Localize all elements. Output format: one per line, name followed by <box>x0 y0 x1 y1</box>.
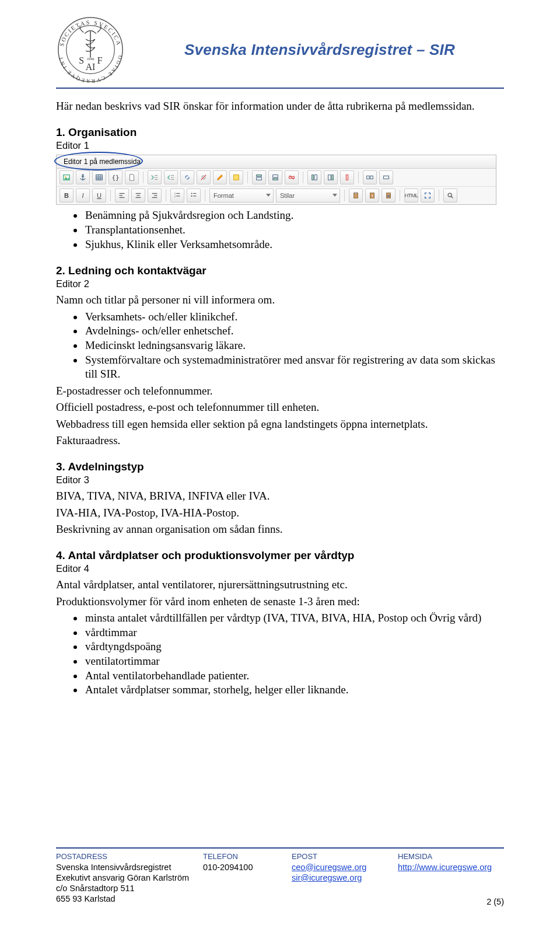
toolbar-separator <box>205 190 205 201</box>
align-left-icon[interactable] <box>115 189 129 203</box>
header-rule <box>56 88 504 89</box>
col-before-icon[interactable] <box>307 170 321 184</box>
align-center-icon[interactable] <box>131 189 145 203</box>
svg-rect-14 <box>96 175 103 180</box>
svg-text:2: 2 <box>174 195 176 198</box>
toolbar-separator <box>358 172 359 183</box>
section-3-line: BIVA, TIVA, NIVA, BRIVA, INFIVA eller IV… <box>56 489 504 503</box>
paste-word-icon[interactable]: W <box>382 189 396 203</box>
rich-text-editor: Editor 1 på medlemssida {} <box>56 155 496 205</box>
search-icon[interactable] <box>443 189 457 203</box>
toolbar-separator <box>344 190 345 201</box>
section-3-heading: 3. Avdelningstyp <box>56 460 504 473</box>
svg-rect-27 <box>257 177 262 180</box>
split-icon[interactable] <box>363 170 377 184</box>
align-right-icon[interactable] <box>148 189 162 203</box>
svg-text:W: W <box>387 194 390 198</box>
svg-rect-29 <box>273 175 278 177</box>
list-item: vårdtyngdspoäng <box>84 640 504 654</box>
style-dropdown[interactable]: Stilar <box>276 189 340 203</box>
html-button[interactable]: HTML <box>404 189 418 203</box>
section-2-heading: 2. Ledning och kontaktvägar <box>56 264 504 277</box>
section-2-tail-line: Webbadress till egen hemsida eller sekti… <box>56 417 504 431</box>
editor-tab-strip: Editor 1 på medlemssida <box>57 155 496 169</box>
footer-email-link[interactable]: ceo@icuregswe.org <box>292 863 366 872</box>
list-item: Verksamhets- och/eller klinikchef. <box>84 310 504 324</box>
footer-website-link[interactable]: http://www.icuregswe.org <box>398 863 492 872</box>
paste-icon[interactable] <box>349 189 363 203</box>
footer-col2-head: TELEFON <box>203 852 289 861</box>
section-3-line: IVA-HIA, IVA-Postop, IVA-HIA-Postop. <box>56 506 504 520</box>
footer-email-link[interactable]: sir@icuregswe.org <box>292 873 362 882</box>
list-item: Medicinskt ledningsansvarig läkare. <box>84 338 504 353</box>
section-3-editor-label: Editor 3 <box>56 474 504 486</box>
svg-rect-59 <box>355 193 357 194</box>
row-after-icon[interactable] <box>268 170 282 184</box>
italic-button[interactable]: I <box>76 189 90 203</box>
footer-col4-head: HEMSIDA <box>398 852 502 861</box>
list-item: Benämning på Sjukvårdsregion och Landsti… <box>84 208 504 223</box>
table-icon[interactable] <box>92 170 106 184</box>
section-2-bullets: Verksamhets- och/eller klinikchef. Avdel… <box>56 310 504 382</box>
merge-icon[interactable] <box>379 170 393 184</box>
svg-rect-28 <box>257 175 262 177</box>
svg-point-11 <box>82 174 83 176</box>
indent-left-icon[interactable] <box>164 170 178 184</box>
svg-point-55 <box>191 196 192 197</box>
section-2-lead: Namn och titlar på personer ni vill info… <box>56 293 504 307</box>
footer-col3-head: EPOST <box>292 852 396 861</box>
file-icon[interactable] <box>125 170 139 184</box>
image-icon[interactable] <box>60 170 74 184</box>
svg-text:S: S <box>79 55 84 65</box>
footer-col col1-l3: c/o Snårstadtorp 511 <box>56 883 201 893</box>
svg-rect-38 <box>367 176 369 179</box>
toolbar-separator <box>400 190 400 201</box>
bold-button[interactable]: B <box>60 189 74 203</box>
section-1-bullets: Benämning på Sjukvårdsregion och Landsti… <box>56 208 504 252</box>
format-dropdown[interactable]: Format <box>209 189 274 203</box>
page-number: 2 (5) <box>487 897 504 906</box>
intro-text: Här nedan beskrivs vad SIR önskar för in… <box>56 99 504 113</box>
svg-rect-40 <box>384 176 389 179</box>
col-delete-icon[interactable] <box>340 170 354 184</box>
fullscreen-icon[interactable] <box>421 189 435 203</box>
svg-point-10 <box>65 176 66 177</box>
list-item: minsta antalet vårdtillfällen per vårdty… <box>84 611 504 626</box>
braces-icon[interactable]: {} <box>108 170 123 184</box>
svg-rect-30 <box>273 179 278 180</box>
row-delete-icon[interactable] <box>285 170 299 184</box>
pencil-icon[interactable] <box>213 170 227 184</box>
footer-col1-head: POSTADRESS <box>56 852 201 861</box>
section-1-editor-label: Editor 1 <box>56 140 504 151</box>
list-item: Antal ventilatorbehandlade patienter. <box>84 669 504 683</box>
svg-rect-33 <box>314 175 317 180</box>
col-after-icon[interactable] <box>324 170 338 184</box>
note-icon[interactable] <box>229 170 243 184</box>
unordered-list-icon[interactable] <box>187 189 201 203</box>
paste-text-icon[interactable]: T <box>365 189 379 203</box>
indent-right-icon[interactable] <box>148 170 162 184</box>
list-item: Antalet vårdplatser sommar, storhelg, he… <box>84 683 504 697</box>
svg-point-54 <box>191 193 192 194</box>
editor-tab-label: Editor 1 på medlemssida <box>60 157 144 166</box>
svg-rect-35 <box>328 175 331 180</box>
anchor-icon[interactable] <box>76 170 90 184</box>
svg-rect-34 <box>312 175 314 180</box>
toolbar-separator <box>247 172 248 183</box>
toolbar-separator <box>110 190 111 201</box>
section-2-tail-line: Officiell postadress, e-post och telefon… <box>56 400 504 414</box>
ordered-list-icon[interactable]: 12 <box>170 189 184 203</box>
document-title: Svenska Intensivvårdsregistret – SIR <box>135 41 504 59</box>
section-4-heading: 4. Antal vårdplatser och produktionsvoly… <box>56 549 504 562</box>
page-footer: POSTADRESS Svenska Intensivvårdsregistre… <box>56 847 504 904</box>
toolbar-separator <box>303 172 303 183</box>
list-item: ventilatortimmar <box>84 654 504 669</box>
svg-point-64 <box>448 193 452 197</box>
underline-button[interactable]: U <box>92 189 106 203</box>
list-item: Transplantationsenhet. <box>84 223 504 238</box>
link-icon[interactable] <box>180 170 194 184</box>
toolbar-separator <box>166 190 166 201</box>
toolbar-separator <box>439 190 439 201</box>
unlink-icon[interactable] <box>197 170 211 184</box>
row-before-icon[interactable] <box>252 170 266 184</box>
